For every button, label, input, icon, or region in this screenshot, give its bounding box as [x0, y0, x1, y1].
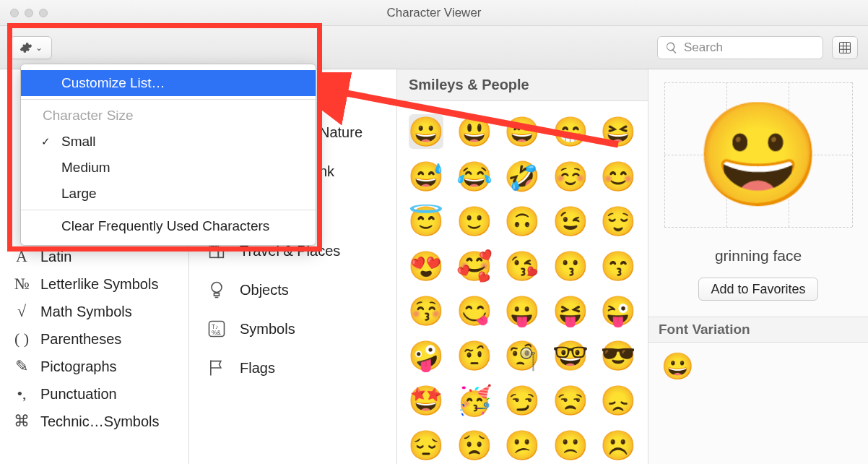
svg-rect-7 [215, 246, 217, 247]
preview-name: grinning face [715, 247, 802, 265]
emoji-cell[interactable]: 😕 [505, 428, 539, 463]
emoji-cell[interactable]: 😃 [457, 114, 492, 149]
category-item-flags[interactable]: Flags [189, 348, 396, 387]
category-label: Symbols [240, 321, 295, 338]
settings-dropdown: Customize List… Character Size ✓ Small M… [20, 64, 316, 246]
emoji-cell[interactable]: 😀 [409, 114, 443, 149]
emoji-cell[interactable]: 😜 [601, 293, 635, 328]
settings-menu-button[interactable]: ⌄ [10, 36, 52, 59]
search-input[interactable]: Search [657, 36, 823, 59]
emoji-cell[interactable]: 😇 [409, 204, 443, 239]
menu-customize-list[interactable]: Customize List… [21, 70, 316, 96]
emoji-cell[interactable]: ☹️ [601, 428, 635, 463]
parens-icon: ( ) [13, 330, 30, 348]
chevron-down-icon: ⌄ [35, 43, 43, 53]
search-icon [665, 41, 678, 54]
emoji-cell[interactable]: 😝 [553, 293, 588, 328]
emoji-cell[interactable]: 😛 [505, 293, 539, 328]
menu-clear-frequent[interactable]: Clear Frequently Used Characters [21, 213, 316, 239]
emoji-cell[interactable]: 😄 [505, 114, 539, 149]
letter-a-icon: A [13, 247, 30, 266]
category-item-objects[interactable]: Objects [189, 270, 396, 309]
emoji-cell[interactable]: 😂 [457, 159, 492, 194]
emoji-cell[interactable]: 🤨 [457, 338, 492, 373]
sidebar-item-latin[interactable]: A Latin [0, 243, 188, 270]
svg-rect-8 [212, 249, 213, 251]
sidebar-item-parentheses[interactable]: ( ) Parentheses [0, 325, 188, 353]
emoji-cell[interactable]: 🥰 [457, 249, 492, 283]
preview-emoji: 😀 [695, 104, 822, 205]
svg-rect-9 [215, 249, 217, 251]
menu-item-label: Customize List… [61, 75, 165, 91]
emoji-cell[interactable]: 🤩 [409, 383, 443, 418]
punctuation-icon: •, [13, 384, 30, 403]
search-placeholder: Search [684, 40, 723, 55]
emoji-column: Smileys & People 😀😃😄😁😆😅😂🤣☺️😊😇🙂🙃😉😌😍🥰😘😗😙😚😋… [397, 69, 648, 464]
window-title: Character Viewer [0, 6, 868, 20]
emoji-cell[interactable]: 😍 [409, 249, 443, 283]
emoji-cell[interactable]: 😞 [601, 383, 635, 418]
preview: 😀 grinning face Add to Favorites Font Va… [648, 69, 868, 390]
grid-toggle-button[interactable] [832, 36, 858, 59]
menu-heading-character-size: Character Size [21, 103, 316, 129]
sidebar-item-punctuation[interactable]: •, Punctuation [0, 380, 188, 408]
emoji-cell[interactable]: 🤓 [553, 338, 588, 373]
sidebar-item-math[interactable]: √ Math Symbols [0, 298, 188, 325]
emoji-cell[interactable]: 😉 [553, 204, 588, 239]
sidebar-item-letterlike[interactable]: № Letterlike Symbols [0, 270, 188, 298]
emoji-cell[interactable]: 😚 [409, 293, 443, 328]
emoji-cell[interactable]: 😙 [601, 249, 635, 283]
svg-point-11 [212, 283, 222, 293]
sidebar-item-label: Letterlike Symbols [40, 276, 158, 293]
grid-icon [838, 41, 851, 54]
emoji-cell[interactable]: 😏 [505, 383, 539, 418]
section-header: Smileys & People [397, 69, 648, 101]
menu-size-large[interactable]: Large [21, 181, 316, 207]
category-item-symbols[interactable]: T♪%& Symbols [189, 309, 396, 348]
emoji-cell[interactable]: 🤪 [409, 338, 443, 373]
add-to-favorites-button[interactable]: Add to Favorites [698, 278, 817, 301]
emoji-cell[interactable]: 😎 [601, 338, 635, 373]
emoji-cell[interactable]: 🙁 [553, 428, 588, 463]
emoji-cell[interactable]: 😗 [553, 249, 588, 283]
emoji-cell[interactable]: 😌 [601, 204, 635, 239]
font-variation-title: Font Variation [648, 317, 868, 343]
font-variation-row: 😀 [648, 343, 868, 390]
menu-size-medium[interactable]: Medium [21, 155, 316, 181]
category-label: Nature [319, 124, 363, 141]
sidebar-item-label: Parentheses [40, 331, 121, 348]
sqrt-icon: √ [13, 302, 30, 321]
menu-item-label: Clear Frequently Used Characters [61, 218, 269, 234]
emoji-cell[interactable]: 😟 [457, 428, 492, 463]
emoji-cell[interactable]: 😋 [457, 293, 492, 328]
emoji-cell[interactable]: ☺️ [553, 159, 588, 194]
gear-icon [19, 41, 32, 54]
emoji-cell[interactable]: 😅 [409, 159, 443, 194]
sidebar-item-pictographs[interactable]: ✎ Pictographs [0, 353, 188, 380]
titlebar: Character Viewer [0, 0, 868, 26]
emoji-cell[interactable]: 🧐 [505, 338, 539, 373]
sidebar-item-label: Punctuation [40, 386, 117, 403]
emoji-cell[interactable]: 😊 [601, 159, 635, 194]
emoji-cell[interactable]: 😔 [409, 428, 443, 463]
svg-rect-6 [212, 246, 213, 247]
emoji-cell[interactable]: 🙃 [505, 204, 539, 239]
sidebar-item-technical[interactable]: ⌘ Technic…Symbols [0, 408, 188, 435]
menu-item-label: Medium [61, 160, 110, 176]
preview-box: 😀 [664, 82, 852, 227]
emoji-cell[interactable]: 😒 [553, 383, 588, 418]
preview-column: 😀 grinning face Add to Favorites Font Va… [648, 69, 868, 464]
command-icon: ⌘ [13, 412, 30, 431]
font-variation-emoji[interactable]: 😀 [661, 351, 694, 381]
numero-icon: № [13, 275, 30, 293]
menu-item-label: Large [61, 186, 97, 202]
pencil-icon: ✎ [13, 357, 30, 376]
emoji-cell[interactable]: 🥳 [457, 383, 492, 418]
emoji-cell[interactable]: 🙂 [457, 204, 492, 239]
emoji-cell[interactable]: 😁 [553, 114, 588, 149]
emoji-cell[interactable]: 😘 [505, 249, 539, 283]
menu-size-small[interactable]: ✓ Small [21, 129, 316, 155]
svg-text:%&: %& [212, 330, 221, 336]
emoji-cell[interactable]: 😆 [601, 114, 635, 149]
emoji-cell[interactable]: 🤣 [505, 159, 539, 194]
